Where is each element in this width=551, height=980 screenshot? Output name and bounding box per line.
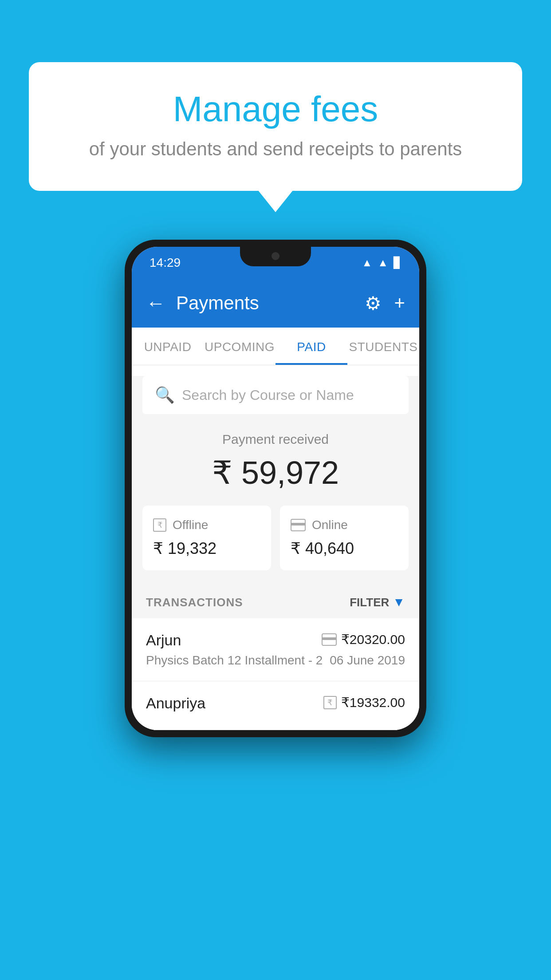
- status-time: 14:29: [150, 256, 181, 270]
- offline-amount: ₹ 19,332: [153, 539, 260, 558]
- speech-bubble: Manage fees of your students and send re…: [29, 62, 522, 191]
- app-bar: ← Payments ⚙ +: [132, 279, 419, 328]
- signal-icon: ▲: [378, 257, 388, 269]
- phone-screen: 14:29 ▲ ▲ ▊ ← Payments ⚙ +: [132, 247, 419, 730]
- online-header: Online: [291, 518, 398, 532]
- phone-notch: [240, 247, 311, 266]
- search-icon: 🔍: [155, 386, 175, 404]
- content-area: 🔍 Search by Course or Name Payment recei…: [132, 376, 419, 730]
- transaction-amount-2: ₹19332.00: [341, 695, 405, 710]
- rupee-icon: ₹: [153, 518, 166, 532]
- tab-unpaid[interactable]: UNPAID: [132, 328, 204, 365]
- tabs-container: UNPAID UPCOMING PAID STUDENTS: [132, 328, 419, 365]
- online-payment-card: Online ₹ 40,640: [280, 506, 409, 570]
- background: Manage fees of your students and send re…: [0, 0, 551, 980]
- search-bar[interactable]: 🔍 Search by Course or Name: [142, 376, 409, 414]
- transaction-details-row: Physics Batch 12 Installment - 2 06 June…: [146, 653, 405, 668]
- transaction-name-2: Anupriya: [146, 695, 205, 712]
- card-icon: [291, 519, 306, 531]
- offline-payment-card: ₹ Offline ₹ 19,332: [142, 506, 271, 570]
- transaction-name: Arjun: [146, 632, 181, 649]
- settings-button[interactable]: ⚙: [365, 292, 382, 314]
- battery-icon: ▊: [394, 257, 401, 269]
- phone-container: 14:29 ▲ ▲ ▊ ← Payments ⚙ +: [125, 240, 426, 737]
- add-button[interactable]: +: [394, 292, 405, 314]
- transaction-amount-row-2: ₹ ₹19332.00: [323, 695, 405, 710]
- tab-upcoming[interactable]: UPCOMING: [204, 328, 276, 365]
- transaction-row-2: Anupriya ₹ ₹19332.00: [146, 695, 405, 712]
- transactions-header: TRANSACTIONS FILTER ▼: [132, 583, 419, 618]
- transaction-rupee-icon: ₹: [323, 696, 337, 709]
- transaction-item[interactable]: Arjun ₹20320.00 Physics Batch 12 Install…: [132, 618, 419, 681]
- filter-icon: ▼: [393, 595, 405, 609]
- transaction-date: 06 June 2019: [330, 653, 405, 668]
- transaction-course: Physics Batch 12 Installment - 2: [146, 653, 323, 668]
- app-bar-actions: ⚙ +: [365, 292, 405, 314]
- back-button[interactable]: ←: [146, 292, 165, 314]
- payment-received-label: Payment received: [146, 432, 405, 447]
- transaction-amount: ₹20320.00: [341, 632, 405, 647]
- online-label: Online: [312, 518, 348, 532]
- payment-summary: Payment received ₹ 59,972: [132, 414, 419, 506]
- filter-label: FILTER: [350, 596, 389, 609]
- offline-label: Offline: [173, 518, 208, 532]
- status-bar: 14:29 ▲ ▲ ▊: [132, 247, 419, 279]
- transaction-item[interactable]: Anupriya ₹ ₹19332.00: [132, 681, 419, 730]
- filter-button[interactable]: FILTER ▼: [350, 595, 405, 609]
- tab-paid[interactable]: PAID: [276, 328, 347, 365]
- search-placeholder: Search by Course or Name: [182, 387, 354, 403]
- phone-outer: 14:29 ▲ ▲ ▊ ← Payments ⚙ +: [125, 240, 426, 737]
- online-amount: ₹ 40,640: [291, 539, 398, 558]
- transaction-row: Arjun ₹20320.00: [146, 632, 405, 649]
- tab-students[interactable]: STUDENTS: [347, 328, 419, 365]
- payment-total-amount: ₹ 59,972: [146, 454, 405, 491]
- status-icons: ▲ ▲ ▊: [362, 257, 401, 269]
- speech-bubble-container: Manage fees of your students and send re…: [29, 62, 522, 191]
- transaction-amount-row: ₹20320.00: [322, 632, 405, 647]
- wifi-icon: ▲: [362, 257, 372, 269]
- transaction-card-icon: [322, 633, 337, 646]
- offline-header: ₹ Offline: [153, 518, 260, 532]
- page-title: Payments: [176, 292, 365, 314]
- camera-dot: [272, 252, 279, 260]
- transactions-label: TRANSACTIONS: [146, 596, 243, 609]
- speech-bubble-subtitle: of your students and send receipts to pa…: [64, 138, 487, 160]
- payment-cards: ₹ Offline ₹ 19,332 Online ₹ 40,640: [132, 506, 419, 583]
- speech-bubble-title: Manage fees: [64, 89, 487, 130]
